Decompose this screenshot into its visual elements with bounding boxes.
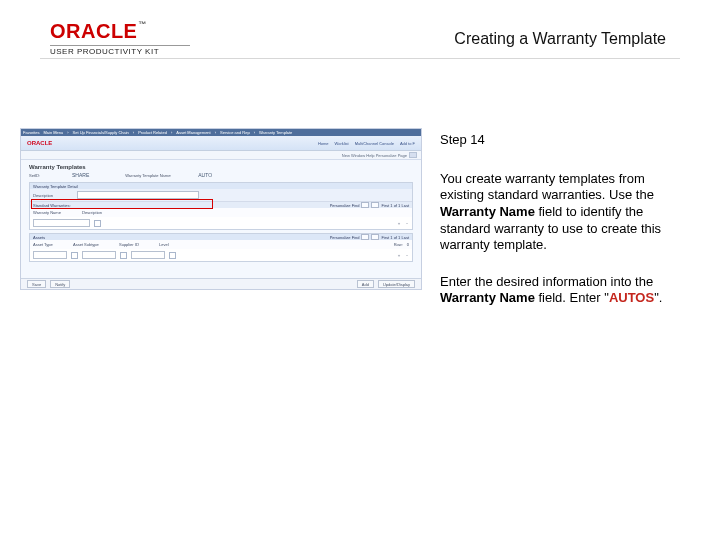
panel-title: Warranty Template Detail [33, 184, 78, 189]
assets-panel: Assets Personalize Find First 1 of 1 Las… [29, 233, 413, 262]
page-title: Creating a Warranty Template [454, 30, 666, 48]
breadcrumb-bar: Favorites Main Menu › Set Up Financials/… [21, 129, 421, 136]
template-name-label: Warranty Template Name: [125, 173, 195, 178]
vendor-logo: ORACLE™ USER PRODUCTIVITY KIT [50, 20, 190, 56]
download-icon [371, 202, 379, 208]
oracle-wordmark: ORACLE™ [50, 20, 190, 43]
assets-input-row: ＋ － [30, 249, 412, 261]
breadcrumb-item: Set Up Financials/Supply Chain [73, 130, 129, 135]
instruction-paragraph-1: You create warranty templates from exist… [440, 171, 670, 254]
col-asset-type: Asset Type [33, 242, 69, 247]
grid-icon [361, 202, 369, 208]
col-level: Level [159, 242, 181, 247]
breadcrumb-item: Favorites [23, 130, 39, 135]
col-supplier-id: Supplier ID [119, 242, 155, 247]
breadcrumb-item: Warranty Template [259, 130, 292, 135]
toolbar-links: New Window Help Personalize Page [342, 153, 407, 158]
global-links: Home Worklist MultiChannel Console Add t… [318, 141, 415, 146]
save-button[interactable]: Save [27, 280, 46, 288]
app-screenshot: Favorites Main Menu › Set Up Financials/… [20, 128, 422, 290]
minus-icon[interactable]: － [405, 253, 409, 258]
lookup-icon[interactable] [169, 252, 176, 259]
row-value: 0 [407, 242, 409, 247]
nav-text: First 1 of 1 Last [381, 203, 409, 208]
plus-icon[interactable]: ＋ [397, 253, 401, 258]
warranty-name-col: Warranty Name [33, 210, 78, 215]
row-label: Row: [394, 242, 403, 247]
header-divider [40, 58, 680, 59]
col-asset-subtype: Asset Subtype [73, 242, 115, 247]
description-input[interactable] [77, 191, 199, 199]
setid-value: SHARE [72, 172, 89, 178]
app-brand: ORACLE [27, 140, 52, 146]
warranty-name-input[interactable] [33, 219, 90, 227]
form-body: Warranty Templates SetID: SHARE Warranty… [21, 160, 421, 266]
instruction-paragraph-2: Enter the desired information into the W… [440, 274, 670, 307]
form-footer: Save Notify Add Update/Display [21, 278, 421, 289]
notify-button[interactable]: Notify [50, 280, 70, 288]
minus-icon[interactable]: － [405, 221, 409, 226]
plus-icon[interactable]: ＋ [397, 221, 401, 226]
form-title: Warranty Templates [29, 164, 413, 170]
instruction-panel: Step 14 You create warranty templates fr… [440, 132, 670, 327]
warranty-name-input-row: ＋ － [30, 217, 412, 229]
trademark: ™ [138, 20, 147, 29]
update-display-button[interactable]: Update/Display [378, 280, 415, 288]
asset-type-input[interactable] [33, 251, 67, 259]
breadcrumb-item: Service and Rep [220, 130, 250, 135]
global-link: Home [318, 141, 329, 146]
field-name-bold: Warranty Name [440, 204, 535, 219]
description-row: Description [30, 189, 412, 201]
global-link: Worklist [335, 141, 349, 146]
field-name-bold: Warranty Name [440, 290, 535, 305]
toolbar-icon [409, 152, 417, 158]
assets-columns: Asset Type Asset Subtype Supplier ID Lev… [30, 240, 412, 249]
assets-title: Assets [33, 235, 45, 240]
app-brand-bar: ORACLE Home Worklist MultiChannel Consol… [21, 136, 421, 151]
setid-row: SetID: SHARE Warranty Template Name: AUT… [29, 172, 413, 178]
nav-text: First 1 of 1 Last [381, 235, 409, 240]
download-icon [371, 234, 379, 240]
grid-icon [361, 234, 369, 240]
input-value-highlight: AUTOS [609, 290, 654, 305]
description-col: Description [82, 210, 142, 215]
asset-subtype-input[interactable] [82, 251, 116, 259]
lookup-icon[interactable] [120, 252, 127, 259]
global-link: Add to F [400, 141, 415, 146]
step-number: Step 14 [440, 132, 670, 149]
warranty-template-detail-panel: Warranty Template Detail Description Sta… [29, 182, 413, 230]
add-button[interactable]: Add [357, 280, 374, 288]
template-name-value: AUTO [198, 172, 212, 178]
page-toolbar: New Window Help Personalize Page [21, 151, 421, 160]
logo-subtitle: USER PRODUCTIVITY KIT [50, 45, 190, 56]
personalize-link: Personalize Find [330, 235, 360, 240]
lookup-icon[interactable] [94, 220, 101, 227]
standard-warranties-label: Standard Warranties: [33, 203, 71, 208]
supplier-id-input[interactable] [131, 251, 165, 259]
breadcrumb-item: Product Related [138, 130, 167, 135]
breadcrumb-item: Asset Management [176, 130, 210, 135]
oracle-text: ORACLE [50, 20, 137, 42]
global-link: MultiChannel Console [355, 141, 394, 146]
breadcrumb-item: Main Menu [43, 130, 63, 135]
lookup-icon[interactable] [71, 252, 78, 259]
tutorial-page: ORACLE™ USER PRODUCTIVITY KIT Creating a… [0, 0, 720, 540]
setid-label: SetID: [29, 173, 69, 178]
warranty-name-row: Warranty Name Description [30, 208, 412, 217]
personalize-link: Personalize Find [330, 203, 360, 208]
